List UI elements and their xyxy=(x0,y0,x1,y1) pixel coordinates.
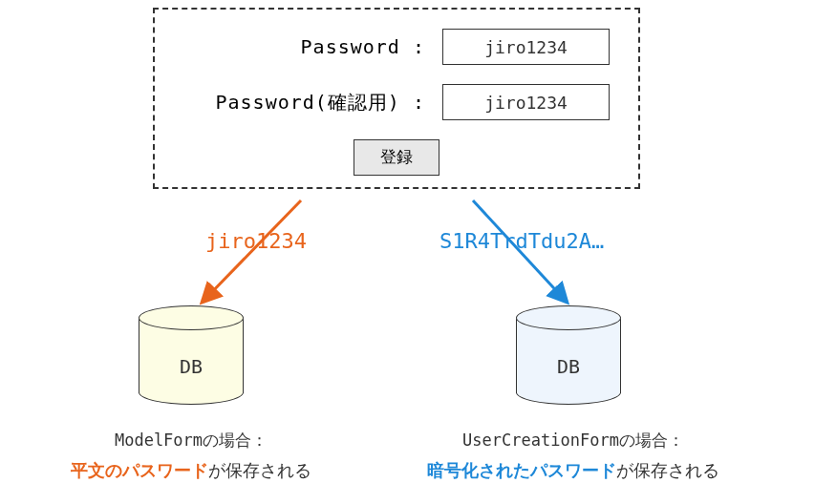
password-confirm-input[interactable]: jiro1234 xyxy=(442,84,610,120)
signup-form-box: Password : jiro1234 Password(確認用) : jiro… xyxy=(153,8,640,189)
caption-right-rest: が保存される xyxy=(616,461,719,480)
db-right-icon: DB xyxy=(516,305,621,401)
caption-right-text: 暗号化されたパスワードが保存される xyxy=(411,459,736,482)
db-top-ellipse xyxy=(516,305,621,330)
password-label: Password : xyxy=(301,35,425,58)
password-row: Password : jiro1234 xyxy=(183,29,610,65)
svg-line-1 xyxy=(205,200,301,299)
db-right-label: DB xyxy=(516,355,621,378)
db-left-label: DB xyxy=(139,355,244,378)
caption-right: UserCreationFormの場合： 暗号化されたパスワードが保存される xyxy=(411,430,736,482)
submit-button[interactable]: 登録 xyxy=(354,139,439,176)
caption-left-rest: が保存される xyxy=(208,461,311,480)
arrow-left-icon xyxy=(191,196,315,310)
db-top-ellipse xyxy=(139,305,244,330)
caption-right-title: UserCreationFormの場合： xyxy=(411,430,736,452)
db-left-icon: DB xyxy=(139,305,244,401)
caption-left: ModelFormの場合： 平文のパスワードが保存される xyxy=(48,430,334,482)
caption-left-title: ModelFormの場合： xyxy=(48,430,334,452)
password-confirm-row: Password(確認用) : jiro1234 xyxy=(183,84,610,120)
caption-right-highlight: 暗号化されたパスワード xyxy=(427,461,616,480)
caption-left-highlight: 平文のパスワード xyxy=(71,461,208,480)
password-input[interactable]: jiro1234 xyxy=(442,29,610,65)
caption-left-text: 平文のパスワードが保存される xyxy=(48,459,334,482)
password-confirm-label: Password(確認用) : xyxy=(216,90,426,116)
arrow-right-icon xyxy=(463,196,588,310)
svg-line-3 xyxy=(473,200,564,299)
